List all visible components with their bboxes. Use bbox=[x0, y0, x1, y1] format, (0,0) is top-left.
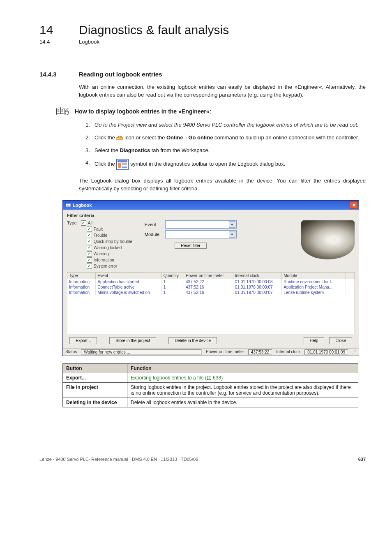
status-label: Status bbox=[65, 349, 77, 355]
col-quantity[interactable]: Quantity bbox=[161, 273, 184, 279]
dialog-title-icon bbox=[65, 202, 71, 208]
step-2-text: Click the icon or select the Online→Go o… bbox=[95, 134, 366, 142]
check-information[interactable]: ✔Information bbox=[87, 257, 132, 263]
chevron-down-icon: ▼ bbox=[229, 221, 235, 228]
dialog-title: Logbook bbox=[73, 203, 92, 208]
col-module[interactable]: Module bbox=[282, 273, 346, 279]
row-delete-label: Deleting in the device bbox=[66, 400, 117, 405]
table-empty-area bbox=[67, 295, 355, 334]
page-header: 14 Diagnostics & fault analysis bbox=[39, 23, 366, 37]
sub-header: 14.4 Logbook bbox=[39, 39, 366, 45]
export-link-ref[interactable]: (🕮 638) bbox=[203, 375, 223, 381]
col-event[interactable]: Event bbox=[96, 273, 161, 279]
resize-grip-icon[interactable]: ⋰ bbox=[352, 349, 356, 355]
sub-title: Logbook bbox=[79, 39, 99, 45]
col-pot[interactable]: Power-on time meter bbox=[184, 273, 233, 279]
howto-title: How to display logbook entries in the »E… bbox=[75, 108, 211, 115]
check-all[interactable]: ✔All bbox=[81, 220, 132, 226]
close-icon[interactable]: ✕ bbox=[350, 201, 358, 209]
chapter-number: 14 bbox=[39, 23, 79, 37]
help-button[interactable]: Help bbox=[304, 337, 325, 344]
step-2: 2. Click the icon or select the Online→G… bbox=[85, 134, 366, 142]
type-label: Type bbox=[67, 220, 77, 269]
logbook-dialog: Logbook ✕ Filter criteria Type ✔All ✔Fau… bbox=[62, 200, 359, 356]
table-row[interactable]: InformationConnectTable active1437:52:16… bbox=[67, 284, 355, 290]
col-type[interactable]: Type bbox=[67, 273, 96, 279]
status-pot-label: Power-on time meter bbox=[206, 349, 244, 355]
logbook-toolbar-icon bbox=[116, 159, 129, 170]
col-spacer bbox=[346, 273, 355, 279]
close-button[interactable]: Close bbox=[329, 337, 352, 344]
svg-rect-4 bbox=[120, 137, 122, 140]
step-number: 1. bbox=[85, 121, 95, 129]
check-quickstop[interactable]: ✔Quick stop by trouble bbox=[87, 239, 132, 244]
check-system-error[interactable]: ✔System error bbox=[87, 264, 132, 269]
check-trouble[interactable]: ✔Trouble bbox=[87, 233, 132, 238]
table-row[interactable]: InformationApplication has started1437:5… bbox=[67, 279, 355, 285]
row-file-text: Storing logbook entries in the project. … bbox=[127, 383, 358, 398]
export-button[interactable]: Export... bbox=[69, 337, 97, 344]
section-number: 14.4.3 bbox=[39, 71, 79, 78]
module-dropdown-label: Module bbox=[145, 232, 163, 237]
step-3: 3. Select the Diagnostics tab from the W… bbox=[85, 147, 366, 155]
sub-number: 14.4 bbox=[39, 39, 79, 45]
table-row: Export... Exporting logbook entries to a… bbox=[63, 373, 358, 383]
step-4-text: Click the symbol in the diagnostics tool… bbox=[95, 159, 366, 170]
intro-paragraph: With an online connection, the existing … bbox=[79, 83, 366, 99]
section-title: Reading out logbook entries bbox=[79, 71, 162, 78]
step-number: 4. bbox=[85, 159, 95, 170]
table-row[interactable]: InformationMains voltage is switched on1… bbox=[67, 290, 355, 295]
svg-rect-3 bbox=[117, 137, 119, 140]
step-1: 1. Go to the Project view and select the… bbox=[85, 121, 366, 129]
step-number: 2. bbox=[85, 134, 95, 142]
status-text: Waiting for new entries ... bbox=[81, 349, 202, 355]
svg-rect-6 bbox=[118, 160, 127, 162]
status-clock-value: 01.01.1970 00:01:09 bbox=[304, 349, 348, 355]
chapter-title: Diagnostics & fault analysis bbox=[79, 23, 229, 37]
reset-filter-button[interactable]: Reset filter bbox=[175, 243, 207, 249]
step-1-text: Go to the Project view and select the 94… bbox=[95, 122, 358, 128]
export-link[interactable]: Exporting logbook entries to a file bbox=[131, 375, 203, 381]
dialog-titlebar: Logbook ✕ bbox=[63, 201, 359, 210]
brand-graphic bbox=[301, 220, 355, 259]
chevron-down-icon: ▼ bbox=[229, 231, 235, 238]
step-4: 4. Click the symbol in the diagnostics t… bbox=[85, 159, 366, 170]
button-function-table: Button Function Export... Exporting logb… bbox=[62, 363, 358, 407]
status-pot-value: 437:53:22 bbox=[248, 349, 272, 355]
table-row: Deleting in the device Delete all logboo… bbox=[63, 398, 358, 407]
footer-left: Lenze · 9400 Servo PLC· Reference manual… bbox=[39, 457, 198, 462]
howto-row: How to display logbook entries in the »E… bbox=[56, 106, 366, 116]
svg-rect-14 bbox=[66, 203, 71, 204]
doc-th-function: Function bbox=[127, 364, 358, 373]
event-dropdown[interactable]: ▼ bbox=[165, 220, 237, 229]
check-fault[interactable]: ✔Fault bbox=[87, 227, 132, 232]
go-online-icon bbox=[116, 134, 123, 142]
row-delete-text: Delete all logbook entries available in … bbox=[127, 398, 358, 407]
after-steps-paragraph: The Logbook dialog box displays all logb… bbox=[79, 177, 366, 193]
section-heading: 14.4.3 Reading out logbook entries bbox=[39, 71, 366, 78]
row-export-label: Export... bbox=[66, 375, 86, 381]
step-3-text: Select the Diagnostics tab from the Work… bbox=[95, 147, 366, 155]
book-mouse-icon bbox=[56, 106, 75, 116]
module-dropdown[interactable]: ▼ bbox=[165, 230, 237, 238]
svg-rect-8 bbox=[118, 163, 121, 168]
delete-button[interactable]: Delete in the device bbox=[168, 337, 217, 344]
check-warning[interactable]: ✔Warning bbox=[87, 251, 132, 257]
table-row: File in project Storing logbook entries … bbox=[63, 383, 358, 398]
page-footer: Lenze · 9400 Servo PLC· Reference manual… bbox=[39, 457, 366, 462]
dialog-statusbar: Status Waiting for new entries ... Power… bbox=[63, 348, 359, 356]
log-table: Type Event Quantity Power-on time meter … bbox=[67, 272, 355, 334]
event-dropdown-label: Event bbox=[145, 222, 163, 227]
filter-criteria-label: Filter criteria bbox=[67, 213, 355, 218]
doc-th-button: Button bbox=[63, 364, 127, 373]
step-number: 3. bbox=[85, 147, 95, 155]
check-warning-locked[interactable]: ✔Warning locked bbox=[87, 245, 132, 250]
divider bbox=[39, 54, 366, 54]
status-clock-label: Internal clock bbox=[276, 349, 300, 355]
store-button[interactable]: Store in the project bbox=[109, 337, 156, 344]
col-clock[interactable]: Internal clock bbox=[233, 273, 281, 279]
row-file-label: File in project bbox=[66, 384, 98, 390]
page-number: 637 bbox=[358, 457, 366, 462]
steps-list: 1. Go to the Project view and select the… bbox=[85, 121, 366, 170]
